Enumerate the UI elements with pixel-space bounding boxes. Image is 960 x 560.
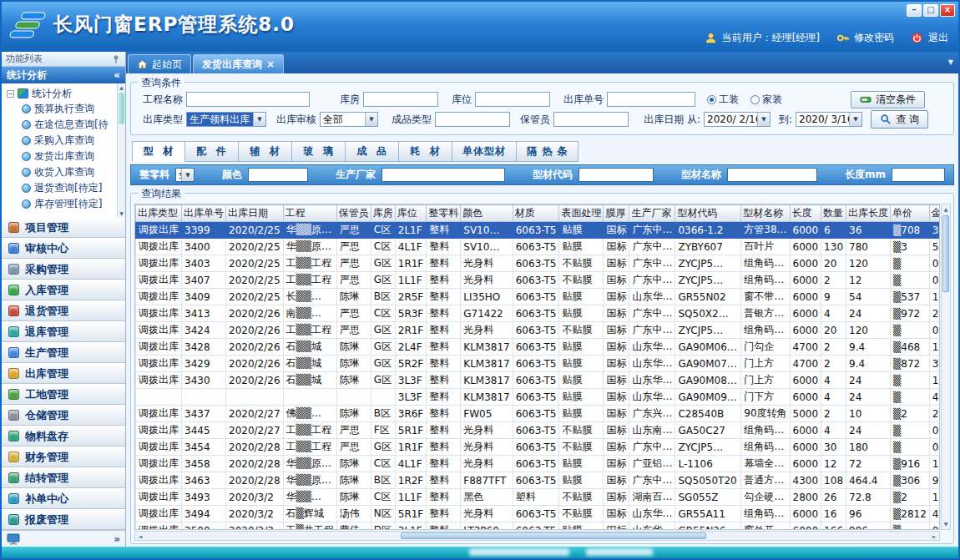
chevron-down-icon[interactable] — [181, 169, 194, 181]
column-header[interactable]: 库位 — [395, 205, 427, 222]
audit-combo[interactable]: 全部 — [320, 112, 378, 127]
clear-conditions-button[interactable]: 清空条件 — [851, 91, 925, 108]
tree-item[interactable]: 在途信息查询[待 — [7, 117, 117, 133]
table-row[interactable]: 调拨出库34242020/2/26工▒▒工程严思G区2R1F整料光身料6063-… — [136, 322, 941, 339]
scroll-left-icon[interactable]: ◄ — [136, 532, 144, 541]
scroll-thumb[interactable] — [942, 215, 949, 292]
table-row[interactable]: 调拨出库34132020/2/26南▒▒…严思C区5R3F整料G71422606… — [136, 305, 941, 322]
sidebar-menu-item[interactable]: 采购管理 — [2, 259, 125, 280]
table-row[interactable]: 调拨出库35002020/3/3工▒共工程曹佳D区3L1F整料LT3P60606… — [136, 522, 941, 531]
scroll-down-icon[interactable]: ▼ — [942, 520, 950, 528]
radio-homewear[interactable]: 家装 — [750, 93, 782, 107]
sidebar-menu-item[interactable]: 审核中心 — [2, 238, 125, 259]
table-row[interactable]: 调拨出库33992020/2/25华▒▒原…严思C区2L1F整料SV10…606… — [136, 222, 941, 239]
keeper-input[interactable] — [553, 112, 629, 127]
material-tab[interactable]: 玻 璃 — [292, 141, 346, 162]
column-header[interactable]: 出库日期 — [226, 205, 284, 222]
scroll-thumb[interactable] — [401, 532, 706, 539]
profile-code-input[interactable] — [579, 168, 654, 182]
collapse-icon[interactable]: « — [114, 69, 120, 81]
length-input[interactable] — [892, 168, 945, 182]
material-tab[interactable]: 型 材 — [132, 141, 185, 162]
change-password-link[interactable]: 修改密码 — [854, 31, 894, 45]
sidebar-menu-item[interactable]: 财务管理 — [2, 446, 125, 467]
column-header[interactable]: 数量 — [821, 205, 846, 222]
column-header[interactable]: 库房 — [371, 205, 395, 222]
maximize-button[interactable]: □ — [923, 4, 938, 17]
color-input[interactable] — [248, 168, 308, 182]
project-name-input[interactable] — [186, 92, 310, 107]
table-row[interactable]: 调拨出库34092020/2/25长▒▒…陈琳B区2R5F整料LI35HO606… — [136, 289, 941, 305]
tree-scrollbar[interactable]: ▲ ▼ — [117, 83, 125, 217]
tree-item[interactable]: 采购入库查询 — [7, 133, 117, 149]
column-header[interactable]: 单价 — [891, 205, 930, 222]
table-row[interactable]: 调拨出库34632020/2/28华▒▒原…陈琳B区1R2F整料F887TFT6… — [136, 472, 941, 489]
column-header[interactable]: 出库类型 — [136, 205, 182, 222]
sidebar-menu-item[interactable]: 退库管理 — [2, 321, 125, 342]
sidebar-menu-item[interactable]: 物料盘存 — [2, 426, 125, 446]
more-buttons-icon[interactable]: » — [114, 533, 120, 545]
product-type-input[interactable] — [435, 112, 510, 127]
sidebar-menu-item[interactable]: 工地管理 — [2, 384, 125, 405]
table-row[interactable]: 3L3F整料KLM38176063-T5贴膜国标山东华…GA90M09…门下方6… — [136, 389, 941, 406]
table-row[interactable]: 调拨出库34372020/2/27佛▒▒…陈琳B区3R6F整料FW056063-… — [136, 406, 941, 422]
tree-expander-icon[interactable] — [7, 90, 14, 98]
table-row[interactable]: 调拨出库34282020/2/26石▒▒城陈琳G区2L4F整料KLM381760… — [136, 339, 941, 356]
column-header[interactable]: 生产厂家 — [629, 205, 675, 222]
sidebar-menu-item[interactable]: 结转管理 — [2, 467, 125, 488]
horizontal-scrollbar[interactable]: ◄ ► — [134, 531, 940, 541]
logout-link[interactable]: 退出 — [928, 31, 948, 45]
radio-workwear[interactable]: 工装 — [707, 93, 739, 107]
pin-icon[interactable] — [111, 54, 121, 64]
scroll-up-icon[interactable]: ▲ — [118, 83, 125, 91]
sidebar-menu-item[interactable]: 仓储管理 — [2, 405, 125, 426]
whole-part-combo[interactable]: 全部 — [175, 168, 195, 182]
outbound-no-input[interactable] — [607, 92, 695, 107]
column-header[interactable]: 整零料 — [427, 205, 461, 222]
column-header[interactable]: 表面处理 — [559, 205, 604, 222]
chevron-down-icon[interactable] — [253, 113, 265, 126]
chevron-down-icon[interactable] — [365, 113, 377, 126]
location-input[interactable] — [475, 92, 550, 107]
material-tab[interactable]: 辅 材 — [239, 141, 292, 162]
material-tab[interactable]: 成 品 — [346, 141, 399, 162]
table-row[interactable]: 调拨出库34072020/2/25工▒▒工程严思G区1L1F整料光身料6063-… — [136, 272, 941, 289]
table-row[interactable]: 调拨出库34302020/2/26石▒▒城陈琳G区3L3F整料KLM381760… — [136, 372, 941, 389]
table-row[interactable]: 调拨出库34032020/2/25工▒▒工程严思G区1R1F整料光身料6063-… — [136, 255, 941, 272]
material-tab[interactable]: 配 件 — [185, 141, 239, 162]
table-row[interactable]: 调拨出库34582020/2/28华▒▒原…陈琳C区4L1F整料光身料6063-… — [136, 456, 941, 472]
tree-item[interactable]: 退货查询[待定] — [7, 180, 117, 196]
tab-list-dropdown-icon[interactable] — [948, 58, 953, 66]
sidebar-menu-item[interactable]: 项目管理 — [2, 217, 125, 238]
column-header[interactable]: 型材名称 — [741, 205, 790, 222]
table-row[interactable]: 调拨出库34942020/3/2石▒辉城汤伟N区5R1F整料光身料6063-T5… — [136, 506, 941, 522]
monitor-icon[interactable] — [7, 533, 20, 545]
column-header[interactable]: 膜厚 — [604, 205, 629, 222]
sidebar-menu-item[interactable]: 补单中心 — [2, 488, 125, 509]
profile-name-input[interactable] — [727, 168, 817, 182]
tab-home[interactable]: 起始页 — [128, 54, 191, 73]
warehouse-input[interactable] — [363, 92, 438, 107]
tree-item[interactable]: 库存管理[待定] — [7, 196, 117, 212]
table-row[interactable]: 调拨出库34932020/3/2华▒▒…陈琳C区1L1F整料黑色塑料不贴膜国标湖… — [136, 489, 941, 506]
outbound-type-combo[interactable]: 生产领料出库 — [186, 112, 266, 127]
table-row[interactable]: 调拨出库34002020/2/25华▒▒原…严思C区4L1F整料SV10…606… — [136, 239, 941, 255]
material-tab[interactable]: 隔 热 条 — [517, 141, 579, 162]
table-row[interactable]: 调拨出库34292020/2/26石▒▒城陈琳G区5R2F整料KLM381760… — [136, 356, 941, 372]
vertical-scrollbar[interactable]: ▲ ▼ — [941, 204, 951, 530]
column-header[interactable]: 材质 — [513, 205, 559, 222]
minimize-button[interactable]: – — [907, 4, 922, 17]
sidebar-menu-item[interactable]: 入库管理 — [2, 280, 125, 300]
column-header[interactable]: 金 — [929, 205, 940, 222]
column-header[interactable]: 保管员 — [336, 205, 371, 222]
date-from-picker[interactable]: 2020/ 2/16 — [704, 112, 771, 127]
column-header[interactable]: 工程 — [283, 205, 336, 222]
sidebar-menu-item[interactable]: 生产管理 — [2, 342, 125, 363]
search-button[interactable]: 查 询 — [871, 110, 928, 129]
scroll-up-icon[interactable]: ▲ — [942, 205, 950, 214]
table-row[interactable]: 调拨出库34452020/2/27工▒▒工程严思F区5R1F整料光身料6063-… — [136, 422, 941, 439]
chevron-down-icon[interactable] — [757, 113, 770, 126]
factory-input[interactable] — [381, 168, 505, 182]
date-to-picker[interactable]: 2020/ 3/16 — [796, 112, 862, 127]
table-row[interactable]: 调拨出库34542020/2/28工▒▒工程严思G区1R1F整料光身料6063-… — [136, 439, 941, 456]
